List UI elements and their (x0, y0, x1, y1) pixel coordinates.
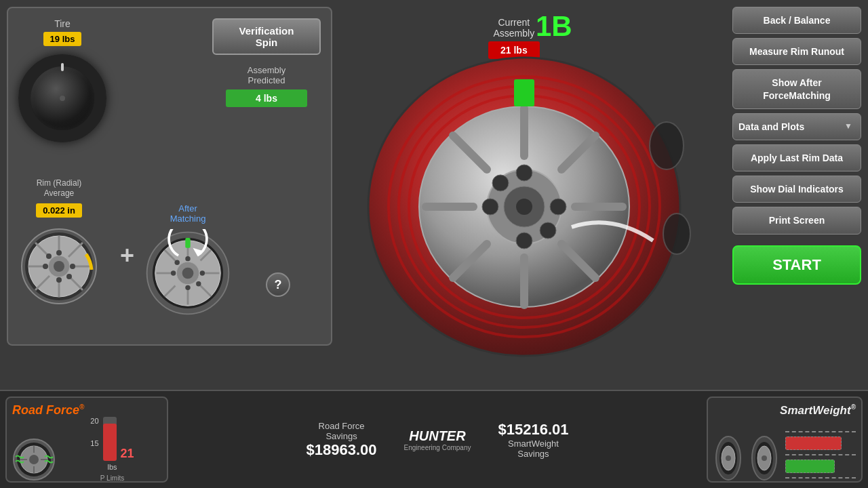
gauge-scale: 20 15 (90, 417, 98, 461)
assembly-predicted-section: AssemblyPredicted 4 lbs (212, 65, 321, 107)
main-wheel-svg (355, 37, 707, 363)
after-matching-circle (144, 229, 232, 317)
tire-circle (18, 54, 106, 142)
gauge-bar-track (103, 417, 117, 461)
tire-label: Tire (18, 18, 106, 29)
after-matching-section: AfterMatching (144, 203, 232, 317)
question-button[interactable]: ? (266, 272, 290, 297)
right-sidebar: Back / Balance Measure Rim Runout Show A… (732, 7, 861, 285)
after-matching-label: AfterMatching (144, 203, 232, 224)
svg-point-63 (650, 122, 684, 169)
road-force-savings-label: Road ForceSavings (307, 421, 377, 441)
svg-point-72 (29, 455, 39, 464)
hunter-sub: Engineering Company (404, 444, 471, 451)
svg-point-61 (540, 222, 556, 239)
after-matching-svg (144, 229, 232, 317)
svg-point-56 (516, 165, 532, 181)
svg-point-59 (550, 199, 566, 215)
road-force-gauge: 20 15 21 lbs P Limits (63, 413, 161, 482)
smart-weight-savings: $15216.01 SmartWeightSavings (498, 421, 568, 459)
tire-weight-badge: 19 lbs (43, 32, 82, 46)
show-after-force-matching-button[interactable]: Show After ForceMatching (732, 69, 861, 108)
apply-last-rim-data-button[interactable]: Apply Last Rim Data (732, 144, 861, 171)
gauge-bar-container: 20 15 21 (90, 413, 134, 461)
svg-point-76 (726, 455, 731, 461)
sw-bar-red (785, 436, 842, 450)
smart-weight-savings-label: SmartWeightSavings (498, 439, 568, 459)
svg-point-34 (171, 270, 176, 275)
smart-weight-content (713, 421, 856, 482)
sw-tire-icon-2 (749, 434, 780, 482)
svg-point-33 (185, 285, 190, 290)
data-and-plots-button[interactable]: Data and Plots ▼ (732, 113, 861, 140)
svg-point-14 (56, 277, 62, 283)
rim-circle (18, 226, 100, 307)
tire-section: Tire 19 lbs (18, 18, 106, 142)
savings-row: Road ForceSavings $18963.00 HUNTER Engin… (307, 421, 569, 459)
svg-point-15 (43, 264, 48, 269)
svg-point-80 (762, 455, 767, 461)
gauge-value: 21 (121, 447, 134, 461)
top-left-panel: Tire 19 lbs Rim (Radial)Average 0.022 in (7, 7, 332, 346)
smart-weight-title: SmartWeight® (713, 403, 856, 418)
svg-point-57 (516, 232, 532, 249)
svg-rect-38 (185, 238, 190, 248)
smart-weight-panel: SmartWeight® (707, 396, 863, 483)
start-button[interactable]: START (732, 245, 861, 285)
rim-section: Rim (Radial)Average 0.022 in (18, 178, 100, 307)
hunter-logo: HUNTER Engineering Company (404, 428, 471, 451)
plus-sign: + (120, 241, 134, 270)
rim-svg (18, 226, 100, 307)
dropdown-arrow-icon: ▼ (844, 121, 852, 132)
rim-measurement-badge: 0.022 in (36, 203, 82, 218)
road-force-savings: Road ForceSavings $18963.00 (307, 421, 377, 459)
svg-point-35 (200, 270, 205, 275)
road-force-content: 20 15 21 lbs P Limits (12, 421, 161, 482)
svg-point-17 (46, 253, 52, 259)
road-force-savings-value: $18963.00 (307, 441, 377, 459)
hunter-name: HUNTER (404, 428, 471, 444)
road-force-wheel-icon (12, 438, 56, 482)
svg-point-32 (185, 256, 190, 261)
sw-tire-icon-1 (713, 434, 744, 482)
assembly-predicted-label: AssemblyPredicted (212, 65, 321, 85)
smart-weight-savings-value: $15216.01 (498, 421, 568, 439)
p-limits-label: P Limits (100, 474, 124, 482)
svg-point-13 (56, 250, 62, 256)
measure-rim-runout-button[interactable]: Measure Rim Runout (732, 38, 861, 65)
svg-point-31 (182, 268, 194, 279)
bottom-bar: Road Force® (0, 390, 868, 488)
svg-rect-62 (514, 79, 534, 106)
svg-point-64 (663, 214, 690, 254)
svg-point-12 (54, 261, 64, 272)
hunter-center: Road ForceSavings $18963.00 HUNTER Engin… (174, 391, 701, 488)
big-wheel-container (332, 7, 729, 393)
assembly-predicted-badge: 4 lbs (226, 89, 307, 107)
gauge-unit: lbs (107, 463, 117, 471)
sw-indicators (785, 431, 856, 482)
show-dial-indicators-button[interactable]: Show Dial Indicators (732, 176, 861, 203)
svg-point-16 (70, 264, 75, 269)
svg-point-37 (196, 281, 201, 286)
svg-point-36 (175, 260, 180, 265)
sw-bar-green (785, 460, 835, 473)
verification-spin-button[interactable]: Verification Spin (212, 18, 321, 55)
svg-point-58 (482, 199, 498, 215)
svg-point-18 (66, 274, 72, 279)
svg-point-60 (492, 175, 509, 191)
print-screen-button[interactable]: Print Screen (732, 207, 861, 234)
gauge-bar-fill (103, 424, 117, 461)
rim-label: Rim (Radial)Average (18, 178, 100, 199)
tire-marker (61, 63, 64, 71)
back-balance-button[interactable]: Back / Balance (732, 7, 861, 34)
svg-point-55 (516, 199, 532, 215)
verification-section: Verification Spin AssemblyPredicted 4 lb… (212, 18, 321, 107)
road-force-panel: Road Force® (5, 396, 168, 483)
